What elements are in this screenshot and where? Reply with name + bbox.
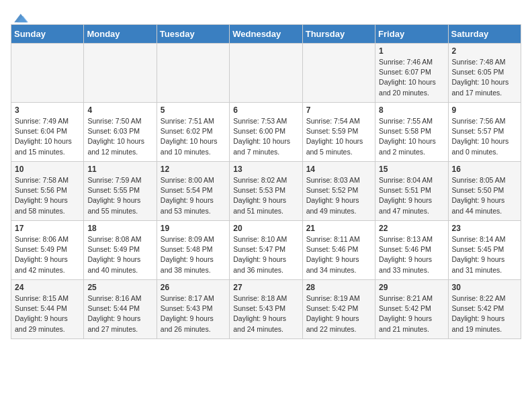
day-info: Sunrise: 8:03 AM Sunset: 5:52 PM Dayligh… [306, 175, 371, 216]
calendar-cell [11, 44, 84, 103]
day-info: Sunrise: 7:53 AM Sunset: 6:00 PM Dayligh… [233, 116, 298, 157]
day-number: 17 [15, 224, 80, 233]
day-number: 16 [452, 165, 517, 174]
day-number: 28 [306, 283, 371, 292]
calendar-cell: 26Sunrise: 8:17 AM Sunset: 5:43 PM Dayli… [157, 280, 229, 339]
page-header [11, 11, 521, 20]
calendar-cell: 28Sunrise: 8:19 AM Sunset: 5:42 PM Dayli… [302, 280, 375, 339]
calendar-cell: 5Sunrise: 7:51 AM Sunset: 6:02 PM Daylig… [157, 103, 229, 162]
day-info: Sunrise: 8:05 AM Sunset: 5:50 PM Dayligh… [452, 175, 517, 216]
calendar-cell: 20Sunrise: 8:10 AM Sunset: 5:47 PM Dayli… [230, 221, 302, 280]
weekday-header-tuesday: Tuesday [157, 25, 229, 44]
calendar-cell: 9Sunrise: 7:56 AM Sunset: 5:57 PM Daylig… [448, 103, 521, 162]
calendar-cell: 13Sunrise: 8:02 AM Sunset: 5:53 PM Dayli… [230, 162, 302, 221]
calendar-cell: 8Sunrise: 7:55 AM Sunset: 5:58 PM Daylig… [375, 103, 448, 162]
day-number: 25 [87, 283, 152, 292]
day-info: Sunrise: 8:10 AM Sunset: 5:47 PM Dayligh… [233, 234, 298, 275]
day-info: Sunrise: 8:14 AM Sunset: 5:45 PM Dayligh… [452, 234, 517, 275]
calendar-cell: 12Sunrise: 8:00 AM Sunset: 5:54 PM Dayli… [157, 162, 229, 221]
calendar-cell: 14Sunrise: 8:03 AM Sunset: 5:52 PM Dayli… [302, 162, 375, 221]
day-info: Sunrise: 7:50 AM Sunset: 6:03 PM Dayligh… [87, 116, 152, 157]
day-number: 29 [379, 283, 444, 292]
day-number: 5 [161, 105, 226, 115]
day-number: 18 [87, 224, 152, 233]
calendar-cell: 4Sunrise: 7:50 AM Sunset: 6:03 PM Daylig… [84, 103, 157, 162]
day-number: 24 [15, 283, 80, 292]
day-number: 2 [452, 46, 517, 56]
day-number: 23 [452, 224, 517, 233]
day-info: Sunrise: 8:13 AM Sunset: 5:46 PM Dayligh… [379, 234, 444, 275]
day-number: 10 [15, 165, 80, 174]
day-info: Sunrise: 8:19 AM Sunset: 5:42 PM Dayligh… [306, 293, 371, 334]
day-number: 13 [233, 165, 298, 174]
calendar-cell [230, 44, 302, 103]
day-number: 19 [161, 224, 226, 233]
day-info: Sunrise: 8:04 AM Sunset: 5:51 PM Dayligh… [379, 175, 444, 216]
weekday-header-sunday: Sunday [11, 25, 84, 44]
day-number: 6 [233, 105, 298, 115]
day-info: Sunrise: 8:06 AM Sunset: 5:49 PM Dayligh… [15, 234, 80, 275]
logo-icon [12, 11, 28, 24]
calendar-cell: 6Sunrise: 7:53 AM Sunset: 6:00 PM Daylig… [230, 103, 302, 162]
day-number: 27 [233, 283, 298, 292]
calendar-cell: 16Sunrise: 8:05 AM Sunset: 5:50 PM Dayli… [448, 162, 521, 221]
calendar-cell: 19Sunrise: 8:09 AM Sunset: 5:48 PM Dayli… [157, 221, 229, 280]
calendar-cell: 30Sunrise: 8:22 AM Sunset: 5:42 PM Dayli… [448, 280, 521, 339]
day-info: Sunrise: 8:22 AM Sunset: 5:42 PM Dayligh… [452, 293, 517, 334]
weekday-header-saturday: Saturday [448, 25, 521, 44]
day-number: 12 [161, 165, 226, 174]
day-info: Sunrise: 7:55 AM Sunset: 5:58 PM Dayligh… [379, 116, 444, 157]
day-info: Sunrise: 8:09 AM Sunset: 5:48 PM Dayligh… [161, 234, 226, 275]
calendar-cell [302, 44, 375, 103]
day-info: Sunrise: 7:59 AM Sunset: 5:55 PM Dayligh… [87, 175, 152, 216]
day-info: Sunrise: 8:02 AM Sunset: 5:53 PM Dayligh… [233, 175, 298, 216]
day-info: Sunrise: 8:08 AM Sunset: 5:49 PM Dayligh… [87, 234, 152, 275]
calendar-cell: 18Sunrise: 8:08 AM Sunset: 5:49 PM Dayli… [84, 221, 157, 280]
day-number: 21 [306, 224, 371, 233]
day-info: Sunrise: 8:00 AM Sunset: 5:54 PM Dayligh… [161, 175, 226, 216]
day-info: Sunrise: 8:18 AM Sunset: 5:43 PM Dayligh… [233, 293, 298, 334]
day-number: 11 [87, 165, 152, 174]
calendar-cell: 17Sunrise: 8:06 AM Sunset: 5:49 PM Dayli… [11, 221, 84, 280]
day-number: 26 [161, 283, 226, 292]
calendar-cell: 21Sunrise: 8:11 AM Sunset: 5:46 PM Dayli… [302, 221, 375, 280]
calendar-cell: 3Sunrise: 7:49 AM Sunset: 6:04 PM Daylig… [11, 103, 84, 162]
day-number: 3 [15, 105, 80, 115]
calendar-cell: 10Sunrise: 7:58 AM Sunset: 5:56 PM Dayli… [11, 162, 84, 221]
day-number: 1 [379, 46, 444, 56]
day-number: 7 [306, 105, 371, 115]
calendar-cell [84, 44, 157, 103]
calendar-cell: 27Sunrise: 8:18 AM Sunset: 5:43 PM Dayli… [230, 280, 302, 339]
calendar-cell: 24Sunrise: 8:15 AM Sunset: 5:44 PM Dayli… [11, 280, 84, 339]
day-number: 22 [379, 224, 444, 233]
logo [11, 11, 28, 20]
calendar-cell: 25Sunrise: 8:16 AM Sunset: 5:44 PM Dayli… [84, 280, 157, 339]
calendar-cell: 11Sunrise: 7:59 AM Sunset: 5:55 PM Dayli… [84, 162, 157, 221]
day-info: Sunrise: 7:46 AM Sunset: 6:07 PM Dayligh… [379, 57, 444, 98]
day-info: Sunrise: 7:56 AM Sunset: 5:57 PM Dayligh… [452, 116, 517, 157]
day-number: 30 [452, 283, 517, 292]
calendar-cell: 1Sunrise: 7:46 AM Sunset: 6:07 PM Daylig… [375, 44, 448, 103]
weekday-header-wednesday: Wednesday [230, 25, 302, 44]
day-info: Sunrise: 8:15 AM Sunset: 5:44 PM Dayligh… [15, 293, 80, 334]
day-info: Sunrise: 8:11 AM Sunset: 5:46 PM Dayligh… [306, 234, 371, 275]
day-info: Sunrise: 7:58 AM Sunset: 5:56 PM Dayligh… [15, 175, 80, 216]
weekday-header-friday: Friday [375, 25, 448, 44]
calendar-cell: 22Sunrise: 8:13 AM Sunset: 5:46 PM Dayli… [375, 221, 448, 280]
calendar-cell: 23Sunrise: 8:14 AM Sunset: 5:45 PM Dayli… [448, 221, 521, 280]
day-info: Sunrise: 7:49 AM Sunset: 6:04 PM Dayligh… [15, 116, 80, 157]
day-info: Sunrise: 8:16 AM Sunset: 5:44 PM Dayligh… [87, 293, 152, 334]
calendar-cell: 2Sunrise: 7:48 AM Sunset: 6:05 PM Daylig… [448, 44, 521, 103]
day-info: Sunrise: 8:21 AM Sunset: 5:42 PM Dayligh… [379, 293, 444, 334]
weekday-header-thursday: Thursday [302, 25, 375, 44]
day-info: Sunrise: 7:54 AM Sunset: 5:59 PM Dayligh… [306, 116, 371, 157]
calendar-cell: 7Sunrise: 7:54 AM Sunset: 5:59 PM Daylig… [302, 103, 375, 162]
day-number: 9 [452, 105, 517, 115]
calendar-cell: 29Sunrise: 8:21 AM Sunset: 5:42 PM Dayli… [375, 280, 448, 339]
day-number: 14 [306, 165, 371, 174]
day-info: Sunrise: 8:17 AM Sunset: 5:43 PM Dayligh… [161, 293, 226, 334]
day-number: 4 [87, 105, 152, 115]
day-number: 20 [233, 224, 298, 233]
day-number: 8 [379, 105, 444, 115]
day-info: Sunrise: 7:48 AM Sunset: 6:05 PM Dayligh… [452, 57, 517, 98]
